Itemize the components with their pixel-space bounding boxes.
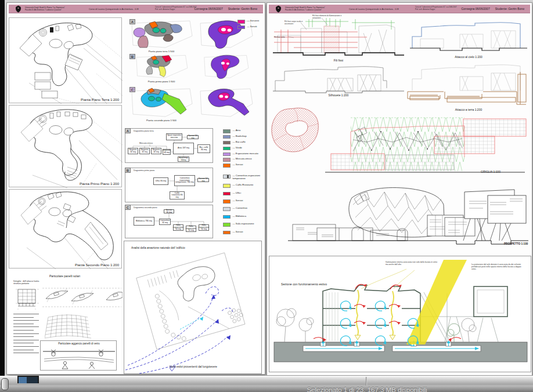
diagram-box: Bar- caffe 80 mq xyxy=(197,144,210,153)
solar-slats-drawing xyxy=(41,286,123,309)
legend-label: Servizi xyxy=(233,231,243,234)
plan-second-floor-drawing xyxy=(9,190,123,269)
curved-panel-grid-drawing xyxy=(45,311,91,339)
fili-fissi-label: Fili fissi xyxy=(271,59,406,62)
thumbnail-peek[interactable] xyxy=(17,376,39,383)
diagram-box: Sala esposizione 50 mq xyxy=(199,224,209,231)
prospetto-label: PROSPETTO 1:100 xyxy=(504,242,528,245)
glass-panel-detail: Particolare aggancio panelli di vetro xyxy=(40,340,117,371)
griglia-label: GRIGLIA 1:100 xyxy=(481,170,500,173)
fili-fissi-annotation-scala: Fili fissi corpo scala e ascensore xyxy=(284,20,310,25)
silhouette-label: Silhouete 1:200 xyxy=(271,93,406,97)
attacco-cielo-label: Attacco al cielo 1:200 xyxy=(406,55,531,59)
diagram-box: Connettivo 32 mq xyxy=(159,219,171,225)
diagram-box: Servizi 16 mq xyxy=(164,209,174,213)
diagram-second-floor: C Diagramma secondo piano Servizi 16 mq … xyxy=(125,205,213,238)
sezione-title: Sezione con funzionamento estivo xyxy=(281,282,327,286)
legend-label: Verde xyxy=(233,147,242,150)
legend-swatch xyxy=(223,175,231,179)
legend-swatch xyxy=(223,207,231,211)
diagram-box: Negozio 32 mq xyxy=(139,148,150,154)
plan-label: Pianta Secondo Piano 1:200 xyxy=(75,263,119,267)
schema-colored-second xyxy=(129,86,193,118)
serventi-swatch xyxy=(237,20,245,24)
diagram-box: Servizi 16 mq xyxy=(187,135,199,139)
schema-servant-second xyxy=(198,86,254,118)
plan-ground-floor-drawing xyxy=(9,18,123,104)
sezione-annotation-sun: La protezione dal sole destate è assicur… xyxy=(471,263,525,270)
legend-swatch xyxy=(223,199,231,204)
legend-swatch xyxy=(223,192,231,196)
sezione-annotation-light: Iluminazione interna assicurata non solo… xyxy=(386,261,440,266)
serviti-label: Serviti xyxy=(247,26,257,28)
scroll-knob[interactable] xyxy=(1,378,9,390)
legend-label: Bar-caffe xyxy=(233,141,246,144)
faculty-name: Facoltà Di Architettura "Ludovico Quaron… xyxy=(25,9,65,12)
bottom-toolbar xyxy=(0,376,533,392)
schema-colored-ground xyxy=(129,19,193,49)
fili-fissi-annotation-solai: Fili fissi solai xyxy=(274,36,293,38)
faculty-name: Facoltà Di Architettura "Ludovico Quaron… xyxy=(285,9,325,12)
legend-label: Connettivo xyxy=(233,207,247,210)
university-crest-icon xyxy=(15,5,21,13)
glass-detail-caption: Particolare aggancio panelli di vetro xyxy=(41,342,117,345)
plan-second-floor: Pianta Secondo Piano 1:200 xyxy=(9,189,122,268)
aeration-site-drawing xyxy=(124,241,262,375)
status-strip xyxy=(0,386,533,392)
diagram-box: Uffici 80 mq xyxy=(153,177,168,185)
plan-ground-floor: Pianta Piano Terra 1:200 xyxy=(9,17,122,103)
serventi-label: Serventi xyxy=(247,20,260,23)
diagram-box: Servizi 16 mq xyxy=(197,178,209,182)
aeration-analysis: Analisi della areazione naturale dell 'e… xyxy=(124,241,262,374)
legend-swatch xyxy=(223,158,231,162)
legend-label: Servizi xyxy=(233,164,243,166)
legend-label: Mercato-etnico xyxy=(233,158,252,161)
diagram-box: Biblioteca 780 mq xyxy=(134,217,154,226)
lab-professor: Prof. arch. Antonino Saggio xyxy=(155,9,197,11)
diagram-box: Negozio 32 mq xyxy=(128,148,138,154)
status-text: Selezionato 1 di 23, 167,3 MB disponibil… xyxy=(307,386,427,392)
viewer-canvas: Università Degli Studi Di Roma "La Sapie… xyxy=(5,0,533,376)
legend-label: Caffe-Ristorante xyxy=(233,184,254,187)
aeration-caption: Venti estivi provenienti dal lungotevere xyxy=(124,365,262,368)
diagram-box: Connettivo esposizioni temporanee 780 mq xyxy=(174,175,195,186)
diagram-box: Negozio 32 mq xyxy=(151,148,161,154)
legend-swatch xyxy=(223,129,231,133)
diagram-label: Mercato etnico xyxy=(139,142,153,144)
schema-label: Pianta secondo piano 1:500 xyxy=(129,119,193,122)
legend-swatch xyxy=(223,153,231,157)
legend-label: Esposizione mercato xyxy=(233,153,258,155)
diagram-box: Sala esposizione 50 mq xyxy=(186,226,196,232)
fili-fissi-annotation-top: Fili fissi elementi di illuminazione e a… xyxy=(312,14,350,19)
attacco-terra-label: Attacco a terra 1:200 xyxy=(406,108,531,111)
griglia-elevation-drawing xyxy=(320,117,531,176)
schema-label: Pianta primo piano 1:500 xyxy=(129,80,193,83)
summer-section-drawing xyxy=(269,256,532,373)
consegna-date: Consegna 06/06/2007 xyxy=(461,7,489,10)
legend-swatch xyxy=(223,141,231,145)
legend-label: Sala esposizione xyxy=(233,223,254,226)
studente-name: Studente :Gezim Bono xyxy=(495,7,524,10)
legend-label: Servizi xyxy=(233,199,243,202)
grid-mesh-3d-drawing xyxy=(268,105,322,156)
plan-label: Pianta Primo Piano 1:200 xyxy=(80,182,119,186)
lab-professor: Prof. arch. Antonino Saggio xyxy=(415,9,457,11)
solar-detail-caption: Detaglio : dell attacco lastra struttura… xyxy=(13,280,46,285)
board-right-tavola: Università Degli Studi Di Roma "La Sapie… xyxy=(266,2,532,376)
schema-servant-first xyxy=(198,53,254,79)
diagram-ground-floor: A Diagramma piano terra Spazi espositivi… xyxy=(125,128,213,163)
board-header: Università Degli Studi Di Roma "La Sapie… xyxy=(269,5,530,13)
prospetto-drawing xyxy=(283,182,531,250)
course-name: Corso di Laurea Quinquennale in Architet… xyxy=(349,8,399,10)
diagram-box: Caffe ristorante 80 mq xyxy=(170,191,185,199)
diagram-box: Sala esposizione 50 mq xyxy=(173,224,183,231)
diagram-box: Spazi espositivi mercato xyxy=(166,133,182,140)
legend-swatch xyxy=(223,147,231,151)
solar-panel-detail-section: Particolare panelli solari Detaglio : de… xyxy=(9,270,121,374)
schema-colored-first xyxy=(129,53,193,79)
legend-swatch xyxy=(223,135,231,139)
summer-section-panel: Sezione con funzionamento estivo Ilumina… xyxy=(269,256,531,372)
glass-panel-drawing xyxy=(41,347,117,371)
diagram-first-floor: B Diagramma primo piano Uffici 80 mq Con… xyxy=(125,168,213,202)
toolbar-divider xyxy=(366,377,366,386)
